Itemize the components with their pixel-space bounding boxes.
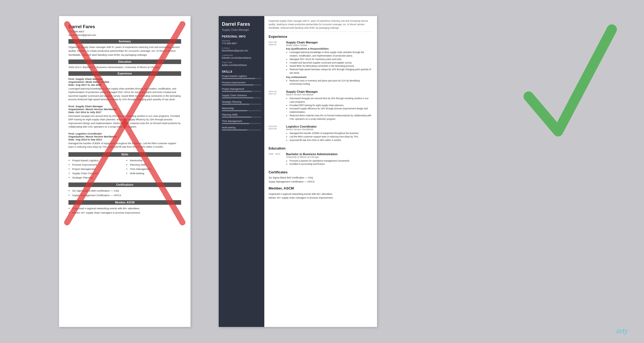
left-member-list: Organized 4 regional networking events w… (68, 206, 181, 215)
left-skill-5: Mentorship (130, 158, 181, 163)
right-exp-2-bullets: Managed the transfer of $30K of equipmen… (286, 132, 373, 142)
right-exp-2-dates: 2013-08 - 2014-09 (269, 125, 283, 143)
left-exp-1-desc: Decreased resupply turn-around time by 2… (68, 114, 181, 129)
left-member-0: Organized 4 regional networking events w… (72, 206, 181, 211)
right-skill-2: Project Management (222, 88, 261, 92)
right-phone-label: Phone (222, 40, 261, 42)
right-member-1: Mentor 20+ supply chain managers in proc… (269, 196, 373, 200)
right-linkedin-label: LinkedIn (222, 54, 261, 57)
right-skill-5: Mentorship (222, 107, 261, 111)
right-linkedin-value: linkedin.com/in/darrelzfares (222, 57, 261, 59)
right-exp-1-bullet-1: Provided ERP training for eight supply c… (290, 104, 373, 107)
right-exp-2-bullet-1: Led the RMA customer support team in red… (290, 135, 373, 139)
right-exp-0-achievement-bullet: Reduced costs in inventory and piece par… (290, 79, 373, 86)
right-linkedin-item: LinkedIn linkedin.com/in/darrelzfares (222, 54, 261, 59)
right-name: Darrel Fares (222, 21, 261, 27)
right-exp-0-bullet-0: Leveraged planning knowledge to drive su… (290, 51, 373, 58)
right-tagline: Organized supply chain manager with 5+ y… (269, 19, 373, 32)
left-skill-0: Project-based Logistics (72, 158, 123, 163)
right-skills-title: Skills (222, 70, 261, 73)
right-skill-1: Process Improvement (222, 81, 261, 85)
right-exp-0-title: Supply Chain Manager (286, 41, 373, 44)
right-exp-1-company: Mount Version Worldwide (286, 93, 373, 96)
left-skills-grid: Project-based Logistics Process Improvem… (68, 158, 181, 180)
right-edu-entry: 2009 - 2013 Bachelor in Business Adminis… (269, 152, 373, 167)
right-exp-0-bullet-1: Managed 250+ SKUs for machinery parts an… (290, 58, 373, 61)
right-exp-0-bullets: Leveraged planning knowledge to drive su… (286, 51, 373, 74)
right-twitter-label: Twitter (222, 61, 261, 64)
right-member-0: Organized 4 regional networking events w… (269, 192, 373, 196)
left-cert-1: Supply Management Certification — APICS (72, 193, 181, 197)
right-skill-8: Multi-tasking (222, 126, 261, 131)
right-main: Organized supply chain manager with 5+ y… (264, 16, 377, 327)
right-twitter-item: Twitter twitter.com/darrelzfares (222, 61, 261, 66)
right-edu-dates: 2009 - 2013 (269, 152, 283, 167)
left-member-1: Mentor 20+ supply chain managers in proc… (72, 211, 181, 215)
left-exp-2-date-label: Date: (68, 138, 75, 141)
right-education-section: Education 2009 - 2013 Bachelor in Busine… (269, 146, 373, 167)
right-cert-0: Six Sigma Black Belt Certification — ASQ (269, 176, 373, 179)
left-phone: 773-398-4807 (68, 30, 181, 33)
right-exp-2-content: Logistics Coordinator Mount Version Worl… (286, 125, 373, 143)
right-member-section: Member, ASCM Organized 4 regional networ… (269, 186, 373, 200)
left-exp-2-org-label: Organization: (68, 135, 85, 138)
right-exp-1-bullet-3: Reduced direct material costs 8% on form… (290, 114, 373, 121)
right-member-title: Member, ASCM (269, 186, 373, 190)
right-education-title: Education (269, 146, 373, 150)
right-twitter-value: twitter.com/darrelzfares (222, 64, 261, 66)
right-edu-bullet-1: Excelled in accounting and finance. (290, 162, 373, 166)
left-exp-2-desc: Managed the transfer of $30K of equipmen… (68, 142, 181, 149)
left-exp-0-date: Aug 2017 to Jan 2020 (75, 83, 101, 86)
right-resume: Darrel Fares Supply Chain Manager Person… (219, 16, 377, 327)
left-exp-0-post-val: Supply Chain Manager (75, 77, 103, 80)
left-cert-0: Six Sigma Black Belt Certification — ASQ (72, 189, 181, 193)
right-exp-1: 2014-10 - 2017-07 Supply Chain Manager M… (269, 90, 373, 122)
left-exp-1-post: Post: (68, 105, 75, 108)
left-member-header: Member, ASCM (68, 200, 181, 205)
right-phone-item: Phone 773-398-4807 (222, 40, 261, 45)
left-exp-0: Post: Supply Chain Manager Organization:… (68, 77, 181, 102)
right-exp-0-bullet-3: Saved $55K by eliminating constraints in… (290, 64, 373, 68)
right-exp-0-bullet-2: Created and launched supplier scorecard … (290, 61, 373, 65)
right-exp-0-dates: 2017-08 - 2020-01 (269, 41, 283, 87)
left-skill-3: Supply Chain Solutions (72, 171, 123, 176)
left-exp-1-post-val: Supply Chain Manager (75, 105, 103, 108)
right-skill-4: Strategic Planning (222, 100, 261, 105)
right-edu-bullets: Pursued a passion for operations managem… (286, 159, 373, 166)
right-exp-2-bullet-0: Managed the transfer of $30K of equipmen… (290, 132, 373, 135)
right-exp-2: 2013-08 - 2014-09 Logistics Coordinator … (269, 125, 373, 143)
right-edu-bullet-0: Pursued a passion for operations managem… (290, 159, 373, 163)
right-exp-0-bullet-4: Reduced high-speed laminator setups by 1… (290, 68, 373, 75)
left-summary-header: Summary (68, 39, 181, 44)
right-exp-2-bullet-2: Improved fill rate from 65% to 90% withi… (290, 139, 373, 142)
right-skill-7: Time Management (222, 120, 261, 124)
left-skill-6: Planning Skills (130, 163, 181, 167)
right-cert-1: Suppy Management Certification — APICS (269, 180, 373, 183)
right-exp-2-title: Logistics Coordinator (286, 125, 373, 128)
right-exp-1-content: Supply Chain Manager Mount Version World… (286, 90, 373, 122)
left-skills-col1: Project-based Logistics Process Improvem… (68, 158, 123, 180)
left-edu-entry: 2009-2013 • Bachelor in Business Adminis… (68, 66, 181, 69)
left-exp-0-post: Post: (68, 77, 75, 80)
left-exp-1-org: Mount Version Worldwide (86, 108, 117, 111)
left-exp-1: Post: Supply Chain Manager Organization:… (68, 105, 181, 129)
left-skill-8: Multi-tasking (130, 171, 181, 176)
right-exp-0-achievement-title: Key Achievement: (286, 76, 373, 79)
left-skills-col2: Mentorship Planning Skills Time Manageme… (126, 158, 181, 180)
left-exp-0-org-label: Organization: (68, 80, 85, 83)
right-certificates-section: Certificates Six Sigma Black Belt Certif… (269, 170, 373, 183)
left-exp-0-desc: Leveraged planning knowledge to drive su… (68, 87, 181, 102)
right-exp-0-company: Mode Select Global (286, 44, 373, 47)
right-edu-content: Bachelor in Business Administration Univ… (286, 152, 373, 167)
left-exp-2-post: Post: (68, 132, 75, 135)
left-skills-header: Skills (68, 152, 181, 157)
right-experience-section: Experience 2017-08 - 2020-01 Supply Chai… (269, 35, 373, 143)
right-exp-2-company: Mount Version Worldwide (286, 128, 373, 131)
right-edu-school: University of Illinois at Chicago (286, 156, 373, 158)
right-exp-0: 2017-08 - 2020-01 Supply Chain Manager M… (269, 41, 373, 87)
right-sidebar: Darrel Fares Supply Chain Manager Person… (219, 16, 264, 327)
left-exp-1-date: Oct 2014 to July 2017 (75, 111, 101, 114)
left-exp-0-date-label: Date: (68, 83, 75, 86)
left-resume: Darrel Fares 773-398-4807 darrelzfares@g… (59, 16, 191, 327)
right-exp-1-bullets: Decreased resupply turn-around time by 2… (286, 97, 373, 121)
